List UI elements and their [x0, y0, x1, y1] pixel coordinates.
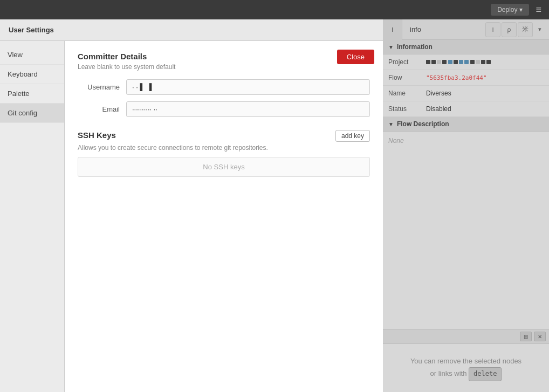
username-row: Username [78, 79, 370, 95]
info-tab-label[interactable]: info [402, 19, 429, 39]
left-panel: User Settings View Keyboard Palette Git … [0, 19, 383, 392]
information-section-header[interactable]: ▼ Information [383, 40, 549, 54]
table-row: Name Diverses [383, 86, 549, 101]
flow-hash: "5635fba3.2a0f44" [426, 74, 487, 81]
flow-key: Flow [383, 70, 421, 86]
info-action-star[interactable]: 米 [518, 22, 533, 37]
deploy-button[interactable]: Deploy ▾ [491, 4, 529, 16]
table-row: Status Disabled [383, 101, 549, 117]
committer-details-subtitle: Leave blank to use system default [78, 63, 370, 71]
info-icon: i [392, 26, 393, 33]
dot [486, 60, 491, 64]
add-key-label: add key [341, 132, 364, 140]
information-section-label: Information [397, 43, 433, 51]
chevron-down-icon: ▼ [388, 44, 394, 50]
info-tab-dropdown[interactable]: ▾ [534, 22, 546, 37]
dot [476, 60, 480, 64]
bottom-ctrl-2[interactable]: ✕ [534, 332, 546, 341]
dot [481, 60, 485, 64]
flow-description-label: Flow Description [397, 120, 449, 128]
topbar: Deploy ▾ ≡ [0, 0, 549, 19]
chevron-down-icon: ▼ [388, 121, 394, 127]
sidebar-item-label: Keyboard [8, 70, 38, 78]
settings-content: Close Committer Details Leave blank to u… [65, 41, 383, 392]
status-key: Status [383, 101, 421, 117]
name-value: Diverses [421, 86, 549, 101]
email-label: Email [78, 105, 126, 113]
dot [464, 60, 469, 64]
dot-group-1 [426, 60, 447, 64]
sidebar-item-label: Palette [8, 90, 29, 98]
sidebar-item-palette[interactable]: Palette [0, 84, 64, 104]
ssh-subtitle: Allows you to create secure connections … [78, 144, 370, 152]
info-action-p[interactable]: ρ [502, 22, 517, 37]
delete-hint-line2: or links with [430, 369, 467, 377]
deploy-arrow-icon: ▾ [519, 6, 523, 13]
sidebar-item-label: Git config [8, 109, 37, 117]
bottom-ctrl-1[interactable]: ⊞ [520, 332, 532, 341]
main-area: User Settings View Keyboard Palette Git … [0, 19, 549, 392]
dot-group-3 [470, 60, 491, 64]
username-label: Username [78, 83, 126, 91]
flow-description-content: None [383, 132, 549, 164]
ssh-keys-title: SSH Keys [78, 130, 116, 140]
info-tabs: i info i ρ 米 ▾ [383, 19, 549, 40]
status-value: Disabled [421, 101, 549, 117]
sidebar-item-git-config[interactable]: Git config [0, 104, 64, 123]
dot [437, 60, 441, 64]
project-key: Project [383, 54, 421, 70]
settings-nav: View Keyboard Palette Git config [0, 41, 65, 392]
hamburger-icon: ≡ [536, 4, 541, 15]
project-value [421, 54, 549, 70]
email-row: Email [78, 101, 370, 117]
sidebar-item-view[interactable]: View [0, 45, 64, 65]
flow-description-section-header[interactable]: ▼ Flow Description [383, 117, 549, 132]
user-settings-header: User Settings [0, 19, 383, 41]
page-title: User Settings [9, 26, 54, 34]
bottom-controls: ⊞ ✕ [383, 329, 549, 344]
info-tab-icon[interactable]: i [383, 19, 402, 40]
settings-body: View Keyboard Palette Git config Close C… [0, 41, 383, 392]
delete-hint-line1: You can remove the selected nodes [410, 357, 521, 365]
dot [442, 60, 447, 64]
name-key: Name [383, 86, 421, 101]
info-tab-actions: i ρ 米 ▾ [485, 22, 549, 37]
dot [470, 60, 475, 64]
close-label: Close [347, 53, 365, 61]
ssh-header: SSH Keys add key [78, 130, 370, 142]
committer-details-title: Committer Details [78, 52, 370, 61]
dot [431, 60, 436, 64]
flow-value: "5635fba3.2a0f44" [421, 70, 549, 86]
no-ssh-keys-message: No SSH keys [78, 157, 370, 177]
dot [448, 60, 452, 64]
information-table: Project [383, 54, 549, 117]
deploy-label: Deploy [497, 6, 517, 13]
email-input[interactable] [126, 101, 370, 117]
ssh-section: SSH Keys add key Allows you to create se… [78, 130, 370, 177]
sidebar-item-label: View [8, 51, 23, 59]
dot [459, 60, 463, 64]
table-row: Project [383, 54, 549, 70]
dot [426, 60, 430, 64]
delete-hint: You can remove the selected nodes or lin… [383, 344, 549, 392]
info-action-i[interactable]: i [485, 22, 500, 37]
delete-key-label: delete [469, 367, 502, 381]
hamburger-button[interactable]: ≡ [532, 3, 545, 17]
table-row: Flow "5635fba3.2a0f44" [383, 70, 549, 86]
info-content: ▼ Information Project [383, 40, 549, 329]
dot-group-2 [448, 60, 469, 64]
right-panel: i info i ρ 米 ▾ ▼ Information Project [383, 19, 549, 392]
project-dots [426, 60, 544, 64]
bottom-info: ⊞ ✕ You can remove the selected nodes or… [383, 329, 549, 392]
dot [454, 60, 458, 64]
add-key-button[interactable]: add key [335, 130, 370, 142]
username-input[interactable] [126, 79, 370, 95]
sidebar-item-keyboard[interactable]: Keyboard [0, 65, 64, 84]
close-button[interactable]: Close [337, 50, 374, 64]
